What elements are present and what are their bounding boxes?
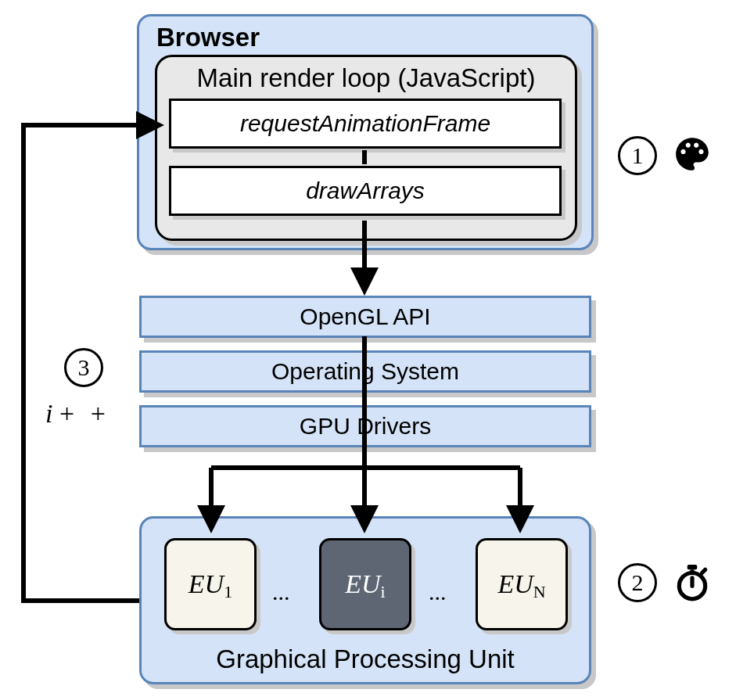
step-1-badge: 1 <box>618 136 657 175</box>
eui-sub: i <box>381 582 386 601</box>
eu-n: EUN <box>476 538 568 630</box>
draw-label: drawArrays <box>306 178 425 204</box>
dots-1: ... <box>272 579 290 605</box>
raf-label: requestAnimationFrame <box>240 110 490 137</box>
step-3-badge: 3 <box>64 348 103 387</box>
browser-title: Browser <box>156 23 260 52</box>
drivers-layer: GPU Drivers <box>139 405 591 447</box>
os-layer: Operating System <box>139 350 591 393</box>
draw-arrays-box: drawArrays <box>169 166 562 216</box>
step-3-label: 3 <box>78 354 90 381</box>
os-label: Operating System <box>271 358 459 385</box>
eu-i: EUi <box>319 538 411 630</box>
eui-base: EU <box>345 569 380 598</box>
diagram-root: Browser Main render loop (JavaScript) re… <box>0 0 736 700</box>
step-1-label: 1 <box>632 142 644 169</box>
step-2-badge: 2 <box>618 563 657 602</box>
step-2-label: 2 <box>632 569 644 596</box>
eu1-base: EU <box>188 569 224 598</box>
svg-line-4 <box>702 569 705 573</box>
eun-base: EU <box>497 569 533 598</box>
svg-rect-1 <box>688 565 698 569</box>
stopwatch-icon <box>673 563 712 602</box>
palette-icon <box>673 135 712 174</box>
render-loop-title: Main render loop (JavaScript) <box>157 63 575 93</box>
eu-1: EU1 <box>164 538 257 630</box>
ipp-plus: + + <box>59 399 110 428</box>
i-plus-plus: i + + <box>45 399 110 429</box>
eun-sub: N <box>533 582 546 601</box>
request-animation-frame-box: requestAnimationFrame <box>169 99 562 149</box>
dots-2: ... <box>429 579 447 605</box>
eu1-sub: 1 <box>224 582 232 601</box>
gpu-title: Graphical Processing Unit <box>142 644 589 674</box>
opengl-label: OpenGL API <box>300 303 430 330</box>
drivers-label: GPU Drivers <box>300 413 431 440</box>
ipp-i: i <box>45 399 52 428</box>
opengl-layer: OpenGL API <box>139 296 591 338</box>
